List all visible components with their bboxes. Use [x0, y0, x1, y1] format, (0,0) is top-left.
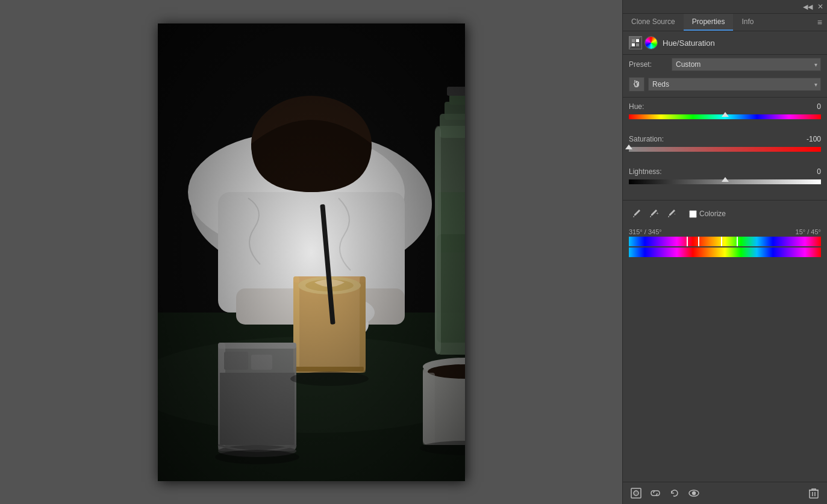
visibility-btn[interactable] — [687, 486, 701, 500]
hue-slider-track — [629, 114, 821, 119]
svg-text:+: + — [656, 211, 659, 216]
spectrum-top-bar — [629, 237, 821, 246]
svg-text:-: - — [674, 211, 676, 216]
colorize-label: Colorize — [699, 210, 726, 218]
lightness-slider-track — [629, 179, 821, 184]
add-mask-btn[interactable] — [629, 486, 643, 500]
channel-select-wrapper: Master Reds Yellows Greens Cyans Blues M… — [648, 78, 821, 91]
bottom-toolbar — [623, 482, 827, 504]
range-marker-3 — [721, 237, 722, 246]
divider-2 — [623, 200, 827, 201]
range-left-label: 315° / 345° — [629, 228, 662, 235]
saturation-row: Saturation: -100 — [629, 135, 821, 143]
adjustment-header: Hue/Saturation — [623, 31, 827, 55]
chain-link-btn[interactable] — [648, 486, 663, 500]
layer-icon — [629, 36, 642, 49]
saturation-slider-container — [629, 147, 821, 159]
saturation-label: Saturation: — [629, 135, 677, 143]
hue-sat-icon — [644, 36, 658, 49]
colorize-row: Colorize — [689, 210, 726, 218]
range-marker-1 — [687, 237, 688, 246]
color-range-area: 315° / 345° 15° / 45° — [623, 225, 827, 261]
saturation-slider-track — [629, 147, 821, 152]
range-labels: 315° / 345° 15° / 45° — [629, 228, 821, 235]
svg-rect-43 — [636, 39, 639, 42]
lightness-value: 0 — [797, 167, 821, 176]
preset-select[interactable]: Custom Default Cyanotype Increase Contra… — [672, 58, 821, 71]
svg-rect-42 — [632, 39, 635, 42]
svg-rect-44 — [632, 43, 635, 46]
hue-slider-thumb — [722, 112, 729, 117]
hue-slider-container — [629, 114, 821, 126]
spectrum-bottom — [629, 247, 821, 257]
svg-rect-52 — [810, 490, 818, 498]
properties-panel: ◀◀ ✕ Clone Source Properties Info ≡ — [622, 0, 827, 504]
hue-value: 0 — [797, 102, 821, 111]
spectrum-top — [629, 237, 821, 246]
lightness-section: Lightness: 0 — [623, 165, 827, 198]
lightness-label: Lightness: — [629, 167, 677, 176]
eyedropper-add-btn[interactable]: + — [647, 207, 661, 221]
panel-top-row: ◀◀ ✕ — [623, 0, 827, 14]
close-panel-btn[interactable]: ✕ — [817, 2, 823, 11]
range-marker-4 — [737, 237, 738, 246]
channel-row: Master Reds Yellows Greens Cyans Blues M… — [623, 74, 827, 95]
canvas-area — [0, 0, 622, 504]
svg-point-51 — [693, 492, 696, 495]
saturation-value: -100 — [797, 135, 821, 143]
preset-label: Preset: — [629, 60, 668, 69]
tab-info[interactable]: Info — [733, 14, 762, 31]
tab-clone-source[interactable]: Clone Source — [623, 14, 684, 31]
range-right-label: 15° / 45° — [796, 228, 821, 235]
spectrum-bottom-bar — [629, 247, 821, 257]
panel-menu-btn[interactable]: ≡ — [813, 14, 827, 31]
nav-arrows-btn[interactable]: ◀◀ — [803, 3, 813, 11]
photo-canvas — [158, 23, 465, 481]
preset-select-wrapper: Custom Default Cyanotype Increase Contra… — [672, 58, 821, 71]
saturation-section: Saturation: -100 — [623, 132, 827, 165]
hue-label: Hue: — [629, 102, 677, 111]
tools-row: + - Colorize — [623, 203, 827, 225]
preset-row: Preset: Custom Default Cyanotype Increas… — [623, 55, 827, 74]
delete-btn[interactable] — [807, 486, 821, 500]
lightness-slider-container — [629, 179, 821, 191]
colorize-checkbox[interactable] — [689, 210, 697, 218]
eyedropper-subtract-btn[interactable]: - — [665, 207, 679, 221]
range-marker-2 — [698, 237, 699, 246]
adjustment-title: Hue/Saturation — [663, 39, 715, 48]
hue-row: Hue: 0 — [629, 102, 821, 111]
tabs-row: Clone Source Properties Info ≡ — [623, 14, 827, 31]
svg-rect-45 — [636, 43, 639, 46]
undo-btn[interactable] — [667, 486, 682, 500]
channel-select[interactable]: Master Reds Yellows Greens Cyans Blues M… — [648, 78, 821, 91]
lightness-row: Lightness: 0 — [629, 167, 821, 176]
divider-1 — [623, 97, 827, 98]
hue-section: Hue: 0 — [623, 100, 827, 132]
svg-rect-41 — [158, 23, 465, 481]
svg-point-49 — [634, 491, 638, 496]
saturation-slider-thumb — [625, 145, 632, 149]
hand-tool-btn[interactable] — [629, 77, 644, 92]
tab-properties[interactable]: Properties — [684, 14, 734, 31]
properties-content: Hue/Saturation Preset: Custom Default Cy… — [623, 31, 827, 482]
lightness-slider-thumb — [722, 177, 729, 182]
eyedropper-btn[interactable] — [629, 207, 643, 221]
